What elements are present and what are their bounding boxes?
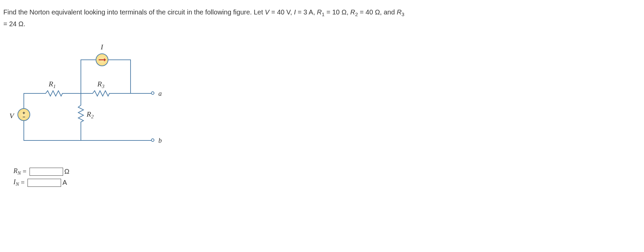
answer-label-IN: IN: [13, 178, 19, 187]
sym-R1: R: [317, 8, 321, 16]
wire: [64, 93, 91, 94]
eq-sign: =: [20, 179, 25, 186]
circuit-diagram: I R1 R3 a + − V R2 b: [13, 39, 181, 160]
wire: [81, 93, 81, 103]
wire: [23, 93, 24, 108]
sym-R2: R: [350, 8, 355, 16]
sym-V: V: [265, 8, 269, 16]
voltage-source: + −: [17, 108, 30, 121]
current-source: [96, 53, 108, 66]
resistor-R3: [91, 90, 111, 97]
answer-row-RN: RN = Ω: [13, 167, 641, 176]
val-R1: = 10 Ω,: [327, 8, 350, 16]
RN-unit: Ω: [64, 168, 69, 175]
answer-section: RN = Ω IN = A: [13, 167, 641, 187]
val-R2: = 40 Ω, and: [360, 8, 397, 16]
svg-marker-1: [104, 58, 106, 61]
wire: [81, 59, 81, 66]
sub-R2: 2: [355, 11, 358, 17]
label-I: I: [101, 43, 103, 51]
resistor-R2: [78, 103, 84, 123]
answer-label-RN: RN: [13, 167, 21, 176]
minus-icon: −: [22, 114, 25, 120]
problem-prefix: Find the Norton equivalent looking into …: [3, 8, 265, 16]
wire: [23, 121, 24, 140]
label-a: a: [158, 90, 162, 97]
problem-statement: Find the Norton equivalent looking into …: [3, 7, 641, 29]
arrow-right-icon: [98, 58, 106, 62]
wire: [81, 66, 81, 94]
sub-R3: 3: [402, 11, 404, 17]
resistor-R1: [44, 90, 64, 97]
IN-input[interactable]: [28, 179, 61, 187]
wire: [81, 123, 81, 140]
wire: [23, 93, 44, 94]
terminal-a: [151, 91, 154, 95]
label-R3: R3: [97, 80, 104, 89]
wire: [81, 59, 96, 60]
label-R1: R1: [49, 80, 56, 89]
sym-R3: R: [397, 8, 401, 16]
terminal-b: [151, 138, 154, 142]
wire: [23, 140, 153, 141]
wire: [108, 59, 130, 60]
answer-row-IN: IN = A: [13, 178, 641, 187]
IN-unit: A: [62, 179, 67, 186]
RN-input[interactable]: [30, 168, 63, 176]
wire: [111, 93, 153, 94]
sub-R1: 1: [322, 11, 325, 17]
wire: [130, 59, 131, 93]
label-b: b: [158, 137, 162, 144]
label-V: V: [9, 112, 14, 120]
label-R2: R2: [87, 110, 94, 120]
val-I: = 3 A,: [298, 8, 317, 16]
sym-I: I: [294, 8, 296, 16]
val-V: = 40 V,: [271, 8, 294, 16]
eq-sign: =: [22, 168, 27, 175]
val-R3: = 24 Ω.: [3, 20, 26, 28]
